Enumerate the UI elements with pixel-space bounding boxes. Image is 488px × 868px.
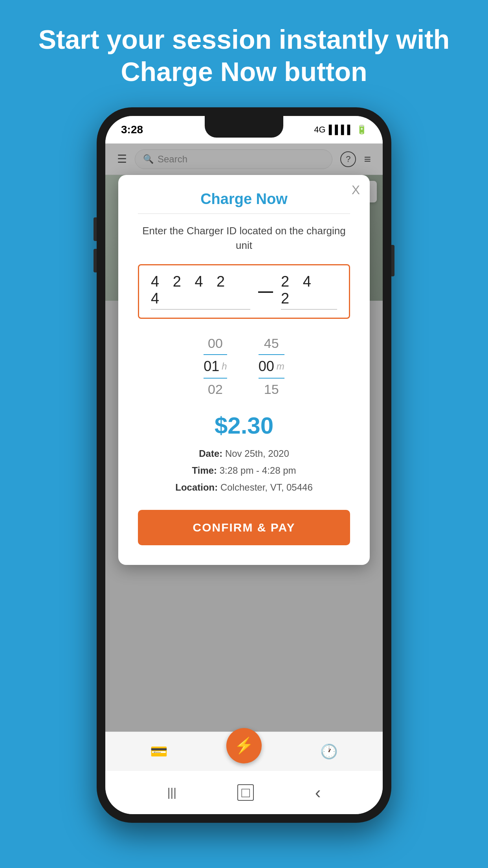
minutes-below: 15 (264, 379, 279, 400)
charger-id-dash: — (258, 283, 273, 300)
modal-overlay: X Charge Now Enter the Charger ID locate… (105, 116, 383, 814)
modal-title: Charge Now (138, 191, 350, 208)
location-detail: Location: Colchester, VT, 05446 (138, 479, 350, 496)
lightning-icon: ⚡ (234, 736, 254, 755)
charger-id-input[interactable]: 4 2 4 2 4 — 2 4 2 (138, 264, 350, 319)
modal-instruction: Enter the Charger ID located on the char… (138, 224, 350, 252)
charger-id-part1: 4 2 4 2 4 (151, 273, 250, 310)
android-home-button[interactable]: □ (237, 784, 254, 801)
date-detail: Date: Nov 25th, 2020 (138, 445, 350, 462)
charger-id-part2: 2 4 2 (281, 273, 337, 310)
android-back-button[interactable]: ‹ (315, 783, 321, 802)
charge-fab-button[interactable]: ⚡ (226, 728, 262, 763)
phone-notch (205, 116, 283, 138)
payment-icon[interactable]: 💳 (150, 743, 168, 760)
modal-close-button[interactable]: X (352, 183, 360, 197)
hours-below: 02 (208, 379, 223, 400)
hours-active: 01h (204, 354, 227, 379)
minutes-active: 00m (259, 354, 284, 379)
charge-now-modal: X Charge Now Enter the Charger ID locate… (118, 175, 370, 565)
session-details: Date: Nov 25th, 2020 Time: 3:28 pm - 4:2… (138, 445, 350, 496)
network-icon: 4G (314, 125, 325, 135)
volume-up-button (94, 217, 97, 241)
signal-icon: ▌▌▌▌ (329, 125, 353, 135)
battery-icon: 🔋 (356, 125, 367, 135)
confirm-pay-button[interactable]: CONFIRM & PAY (138, 510, 350, 545)
modal-divider (138, 213, 350, 214)
volume-down-button (94, 249, 97, 272)
time-picker: 00 01h 02 45 00m 15 (138, 333, 350, 400)
time-detail: Time: 3:28 pm - 4:28 pm (138, 462, 350, 479)
status-icons: 4G ▌▌▌▌ 🔋 (314, 125, 367, 135)
hours-above: 00 (208, 333, 223, 354)
phone-device: 3:28 4G ▌▌▌▌ 🔋 ☰ 🔍 Search ? ≡ ∨ (97, 107, 391, 823)
history-icon[interactable]: 🕐 (320, 743, 338, 760)
power-button (391, 245, 394, 276)
phone-screen: 3:28 4G ▌▌▌▌ 🔋 ☰ 🔍 Search ? ≡ ∨ (105, 116, 383, 814)
minutes-above: 45 (264, 333, 279, 354)
hours-column[interactable]: 00 01h 02 (204, 333, 227, 400)
android-menu-button[interactable]: ||| (167, 786, 176, 799)
price-display: $2.30 (138, 412, 350, 439)
minutes-column[interactable]: 45 00m 15 (259, 333, 284, 400)
bottom-app-bar: 💳 ⚡ 🕐 (105, 732, 383, 771)
android-nav-bar: ||| □ ‹ (105, 771, 383, 814)
hero-text: Start your session instantly with Charge… (0, 0, 488, 103)
status-time: 3:28 (121, 123, 143, 136)
